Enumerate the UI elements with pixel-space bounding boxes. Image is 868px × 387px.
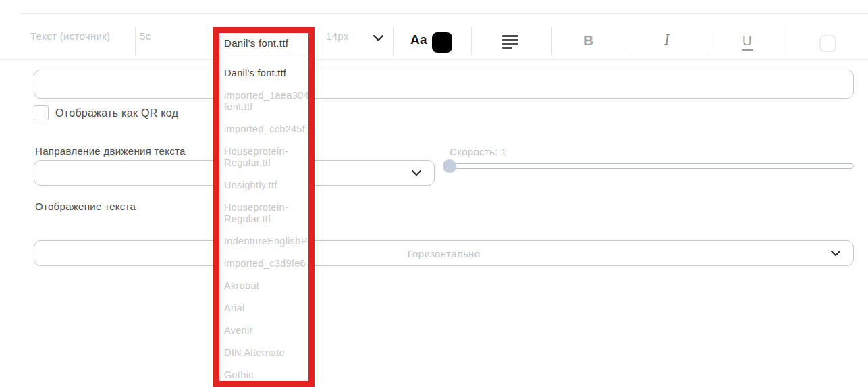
font-option[interactable]: Danil's font.ttf — [224, 68, 308, 79]
toolbar-divider — [788, 27, 788, 55]
display-select[interactable]: Горизонтально — [34, 240, 854, 266]
font-option[interactable]: IndentureEnglishPe — [224, 236, 308, 247]
toolbar: Текст (источник) 5c Danil's font.ttf 14p… — [0, 14, 868, 59]
text-source-field[interactable]: Текст (источник) — [30, 30, 110, 42]
speed-slider-track[interactable] — [445, 163, 854, 169]
font-option[interactable]: Gothic — [224, 369, 308, 381]
speed-slider-thumb[interactable] — [443, 159, 456, 173]
display-value: Горизонтально — [408, 248, 481, 259]
display-label: Отображение текста — [35, 201, 136, 212]
font-dropdown-list: Danil's font.ttfimported_1aea304 font.tt… — [219, 59, 308, 387]
font-option[interactable]: Houseprotein- Regular.ttf — [224, 146, 308, 169]
font-option[interactable]: Avenir — [224, 325, 308, 336]
font-family-value: Danil's font.ttf — [224, 37, 288, 49]
text-editor-panel: Текст (источник) 5c Danil's font.ttf 14p… — [0, 0, 868, 387]
chevron-down-icon[interactable] — [373, 34, 384, 42]
duration-field[interactable]: 5c — [140, 30, 151, 42]
chevron-down-icon — [830, 250, 841, 257]
text-color-button[interactable]: Aa — [410, 32, 427, 47]
toolbar-divider — [709, 27, 709, 55]
font-option[interactable]: Unsightly.ttf — [224, 180, 308, 191]
bold-button[interactable]: B — [583, 32, 593, 49]
font-option[interactable]: imported_1aea304 font.ttf — [224, 90, 308, 113]
font-size-select[interactable]: 14px — [326, 30, 349, 42]
qr-checkbox[interactable] — [34, 105, 49, 120]
toolbar-checkbox[interactable] — [819, 35, 836, 52]
toolbar-divider — [551, 27, 552, 55]
toolbar-bottom-divider — [0, 59, 868, 60]
direction-label: Направление движения текста — [35, 145, 186, 157]
color-swatch[interactable] — [432, 32, 452, 53]
toolbar-divider — [471, 27, 472, 55]
toolbar-divider — [393, 27, 394, 55]
font-family-select[interactable]: Danil's font.ttf — [217, 28, 309, 57]
underline-button[interactable]: U — [742, 34, 753, 51]
italic-button[interactable]: I — [664, 31, 670, 49]
speed-label: Скорость: 1 — [450, 146, 507, 157]
font-option[interactable]: Akrobat — [224, 280, 308, 292]
text-content-input[interactable] — [34, 70, 854, 99]
toolbar-divider — [135, 27, 136, 55]
font-option[interactable]: DIN Alternate — [224, 347, 308, 359]
font-option[interactable]: imported_ccb245f — [224, 124, 308, 135]
font-option[interactable]: Houseprotein- Regular.ttf — [224, 202, 308, 225]
text-align-icon[interactable] — [502, 35, 518, 49]
font-option[interactable]: Arial — [224, 303, 308, 314]
qr-checkbox-label: Отображать как QR код — [55, 107, 178, 120]
toolbar-divider — [630, 27, 630, 55]
chevron-down-icon — [411, 170, 422, 176]
font-option[interactable]: imported_c3d9fe6 — [224, 258, 308, 269]
